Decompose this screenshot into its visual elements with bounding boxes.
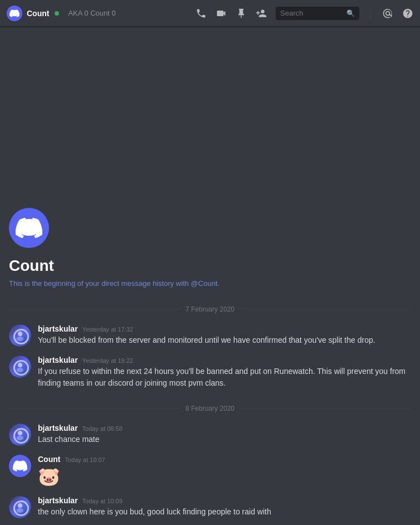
svg-point-2: [17, 337, 23, 341]
topbar-status-dot: [55, 11, 59, 16]
avatar-count: [9, 455, 31, 477]
message-header-2: bjartskular Yesterday at 19:22: [38, 356, 411, 364]
video-icon[interactable]: [216, 8, 227, 19]
pin-icon[interactable]: [236, 8, 247, 19]
message-group-2: bjartskular Yesterday at 19:22 If you re…: [0, 353, 420, 391]
profile-name: Count: [9, 257, 411, 275]
divider-line-right: [239, 309, 411, 309]
message-author-3[interactable]: bjartskular: [38, 424, 78, 432]
chat-main: Count This is the beginning of your dire…: [0, 27, 420, 525]
search-icon: 🔍: [346, 9, 355, 17]
divider-line2-left: [9, 408, 181, 409]
avatar-img-2: [9, 356, 31, 378]
help-icon[interactable]: [402, 8, 413, 19]
svg-point-7: [18, 431, 22, 434]
avatar-img-1: [9, 324, 31, 347]
profile-description: This is the beginning of your direct mes…: [9, 279, 411, 288]
svg-point-10: [18, 504, 22, 507]
mentions-icon[interactable]: [382, 8, 393, 19]
avatar-discord-img: [9, 455, 31, 477]
topbar: Count AKA 0 Count 0: [0, 0, 420, 27]
date-divider-first: 7 February 2020: [0, 296, 420, 322]
avatar-img-5: [9, 496, 31, 518]
message-timestamp-4: Today at 10:07: [65, 456, 105, 463]
avatar-bjartskular-5: [9, 496, 31, 518]
message-content-4: Count Today at 10:07 🐷: [38, 455, 411, 487]
message-content-5: bjartskular Today at 10:09 the only clow…: [38, 496, 411, 518]
message-text-2: If you refuse to within the next 24 hour…: [38, 366, 411, 389]
profile-avatar: [9, 208, 49, 248]
date-divider-second: 8 February 2020: [0, 396, 420, 421]
add-friend-icon[interactable]: [256, 8, 267, 19]
topbar-divider: [370, 7, 371, 20]
message-group-5: bjartskular Today at 10:09 the only clow…: [0, 494, 420, 521]
avatar-bjartskular-2: [9, 356, 31, 378]
message-header-5: bjartskular Today at 10:09: [38, 496, 411, 505]
date-label-second: 8 February 2020: [185, 405, 235, 412]
message-timestamp-3: Today at 08:58: [82, 425, 123, 432]
topbar-aka: AKA 0 Count 0: [68, 9, 115, 17]
svg-point-9: [18, 503, 23, 508]
message-timestamp-1: Yesterday at 17:32: [82, 326, 133, 333]
message-text-1: You'll be blocked from the server and mo…: [38, 334, 411, 346]
message-group-1: bjartskular Yesterday at 17:32 You'll be…: [0, 322, 420, 349]
message-text-5: the only clown here is you bud, good luc…: [38, 506, 411, 518]
message-header-4: Count Today at 10:07: [38, 455, 411, 464]
message-text-3: Last chance mate: [38, 434, 411, 445]
divider-line2-right: [239, 408, 411, 409]
message-group-3: bjartskular Today at 08:58 Last chance m…: [0, 421, 420, 448]
avatar-bjartskular-1: [9, 324, 31, 347]
topbar-actions: Search 🔍: [196, 7, 413, 20]
message-emoji-4: 🐷: [38, 466, 411, 487]
message-header-3: bjartskular Today at 08:58: [38, 424, 411, 432]
svg-point-6: [18, 430, 23, 435]
svg-point-1: [18, 332, 22, 335]
profile-section: Count This is the beginning of your dire…: [0, 199, 420, 296]
message-content-2: bjartskular Yesterday at 19:22 If you re…: [38, 356, 411, 389]
avatar-bjartskular-3: [9, 424, 31, 446]
message-content-3: bjartskular Today at 08:58 Last chance m…: [38, 424, 411, 446]
dm-discord-icon: [7, 6, 22, 21]
topbar-username: Count: [27, 9, 49, 18]
message-author-4[interactable]: Count: [38, 455, 60, 464]
message-content-1: bjartskular Yesterday at 17:32 You'll be…: [38, 324, 411, 347]
phone-icon[interactable]: [196, 8, 207, 19]
svg-point-3: [18, 362, 23, 367]
svg-point-5: [17, 368, 23, 372]
message-timestamp-2: Yesterday at 19:22: [82, 357, 133, 364]
message-timestamp-5: Today at 10:09: [82, 498, 123, 504]
avatar-img-3: [9, 424, 31, 446]
message-header-1: bjartskular Yesterday at 17:32: [38, 324, 411, 333]
search-placeholder: Search: [280, 9, 303, 17]
message-author-1[interactable]: bjartskular: [38, 324, 78, 333]
message-group-4: Count Today at 10:07 🐷: [0, 453, 420, 489]
message-author-2[interactable]: bjartskular: [38, 356, 78, 364]
message-author-5[interactable]: bjartskular: [38, 496, 78, 505]
search-box[interactable]: Search 🔍: [276, 7, 359, 20]
svg-point-0: [18, 331, 23, 336]
divider-line-left: [9, 309, 181, 309]
svg-point-8: [17, 436, 23, 440]
date-label-first: 7 February 2020: [185, 305, 235, 313]
header-space: [0, 27, 420, 199]
svg-point-11: [17, 508, 23, 513]
svg-point-4: [18, 363, 22, 366]
